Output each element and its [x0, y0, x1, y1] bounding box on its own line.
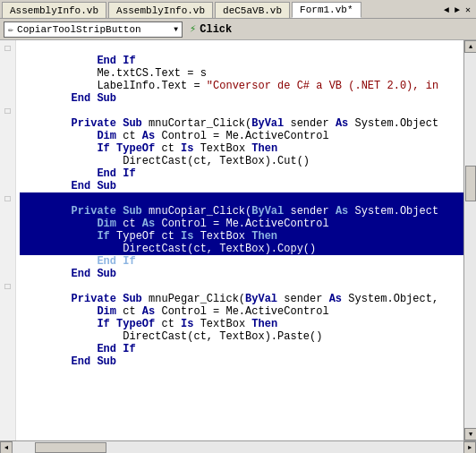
code-line: End If — [20, 42, 463, 55]
member-value: CopiarToolStripButton — [17, 24, 141, 35]
tab-prev-button[interactable]: ◄ — [442, 5, 451, 15]
tab-label-2: AssemblyInfo.vb — [116, 5, 205, 16]
event-label: ⚡ Click — [190, 22, 232, 36]
editor-scroll: □ □ □ □ — [0, 40, 463, 440]
scroll-left-button[interactable]: ◄ — [0, 441, 13, 454]
code-line-selected: Private Sub mnuCopiar_Click(ByVal sender… — [20, 192, 463, 205]
code-line: Private Sub mnuPegar_Click(ByVal sender … — [20, 280, 463, 293]
scroll-down-button[interactable]: ▼ — [464, 428, 476, 440]
hscroll-thumb[interactable] — [35, 442, 106, 453]
code-line: Private Sub mnuCortar_Click(ByVal sender… — [20, 105, 463, 117]
member-dropdown[interactable]: ✏ CopiarToolStripButton ▼ — [4, 21, 183, 38]
tab-assemblyinfo-2[interactable]: AssemblyInfo.vb — [108, 2, 213, 18]
editor-container: □ □ □ □ — [0, 40, 476, 440]
scroll-up-button[interactable]: ▲ — [464, 40, 476, 53]
tab-form1vb[interactable]: Form1.vb* — [292, 2, 361, 18]
member-icon: ✏ — [8, 24, 13, 35]
scroll-right-button[interactable]: ► — [463, 441, 476, 454]
tab-controls: ◄ ► ✕ — [442, 4, 472, 15]
event-lightning-icon: ⚡ — [190, 22, 196, 36]
gutter: □ □ □ □ — [0, 40, 16, 440]
hscroll-track[interactable] — [13, 441, 463, 454]
dropdown-chevron-icon: ▼ — [174, 25, 178, 33]
tab-close-button[interactable]: ✕ — [463, 4, 472, 15]
toolbar: ✏ CopiarToolStripButton ▼ ⚡ Click — [0, 19, 476, 40]
gutter-collapse-4[interactable]: □ — [4, 280, 13, 293]
scroll-track[interactable] — [464, 53, 476, 428]
tab-label-1: AssemblyInfo.vb — [10, 5, 98, 16]
tab-next-button[interactable]: ► — [453, 5, 462, 15]
tab-label-4: Form1.vb* — [300, 4, 353, 15]
horizontal-scrollbar: ◄ ► — [0, 440, 476, 453]
tab-dec5avb[interactable]: deC5aVB.vb — [215, 2, 290, 18]
event-name: Click — [200, 23, 232, 36]
code-area[interactable]: End If Me.txtCS.Text = s LabelInfo.Text … — [16, 40, 463, 440]
gutter-collapse-3[interactable]: □ — [4, 192, 13, 205]
gutter-collapse-1[interactable]: □ — [4, 42, 13, 55]
tab-label-3: deC5aVB.vb — [223, 5, 282, 16]
scroll-thumb[interactable] — [465, 166, 476, 201]
gutter-collapse-2[interactable]: □ — [4, 105, 13, 117]
tab-assemblyinfo-1[interactable]: AssemblyInfo.vb — [2, 2, 106, 18]
vertical-scrollbar: ▲ ▼ — [463, 40, 476, 440]
tab-bar: AssemblyInfo.vb AssemblyInfo.vb deC5aVB.… — [0, 0, 476, 19]
